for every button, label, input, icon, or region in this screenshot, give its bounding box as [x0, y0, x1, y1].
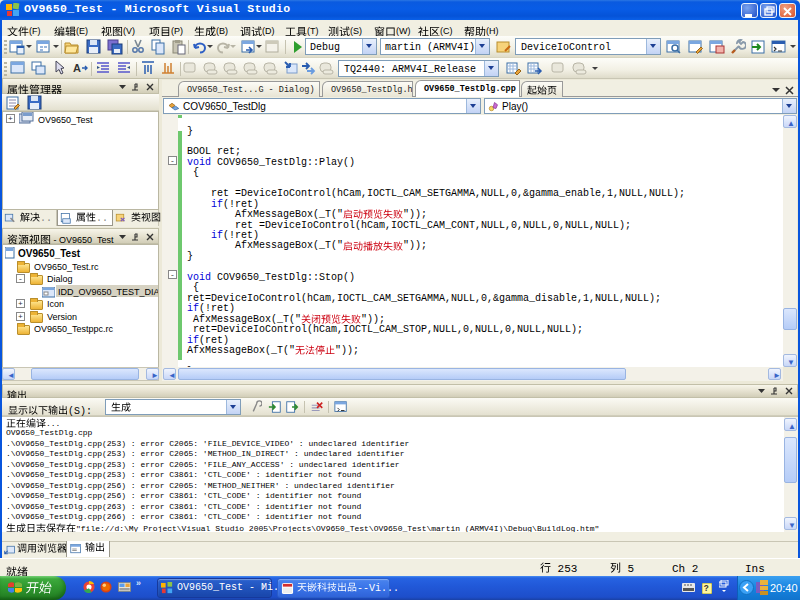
svg-text:?: ? [704, 584, 709, 593]
svg-text:A: A [73, 62, 81, 74]
